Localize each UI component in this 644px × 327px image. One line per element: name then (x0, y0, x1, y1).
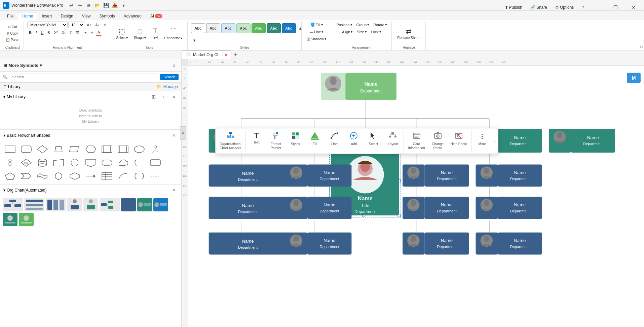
shape-chevron[interactable] (19, 170, 34, 182)
ft-change-photo[interactable]: Change Photo (428, 130, 447, 152)
new-tab-btn[interactable]: + (231, 50, 240, 59)
indent-btn[interactable]: ⇥ (82, 30, 88, 36)
ft-hide-photo[interactable]: Hide Photo (448, 130, 470, 152)
tab-advanced[interactable]: Advanced (119, 12, 146, 20)
help-btn[interactable]: ? (579, 4, 587, 10)
my-library-add-btn[interactable]: + (160, 93, 168, 101)
style-swatch-5[interactable]: Abc (252, 23, 266, 33)
italic-btn[interactable]: I (34, 30, 38, 36)
basic-flowchart-header[interactable]: ▾ Basic Flowchart Shapes × (0, 130, 181, 141)
basic-close-btn[interactable]: × (170, 131, 178, 139)
minimize-btn[interactable]: — (590, 2, 605, 13)
superscript-btn[interactable]: X² (52, 30, 60, 36)
save-btn[interactable]: 💾 (102, 1, 110, 9)
style-swatch-4[interactable]: Abc (236, 23, 251, 33)
position-btn[interactable]: Position ▾ (335, 22, 354, 28)
strikethrough-btn[interactable]: S (46, 30, 51, 36)
shape-ellipse[interactable] (132, 143, 147, 155)
style-swatch-2[interactable]: Abc (206, 23, 220, 33)
doc-tab[interactable]: 📄 Market Org Ch... (182, 50, 231, 59)
text-btn[interactable]: T Text (150, 26, 160, 41)
shape-brace[interactable] (132, 157, 147, 169)
font-size-select[interactable]: 10 (68, 22, 84, 28)
shape-rect-round[interactable] (19, 143, 34, 155)
shape-pentagon[interactable] (3, 170, 17, 182)
org-shape-photo-teal[interactable] (3, 213, 17, 226)
style-swatch-7[interactable]: Abc (282, 23, 296, 33)
tab-design[interactable]: Design (56, 12, 77, 20)
publish-btn[interactable]: ⬆ Publish (502, 4, 525, 10)
shape-person[interactable] (148, 143, 163, 155)
library-header[interactable]: ⌃ Library 📁 Manage (0, 83, 181, 91)
shape-process[interactable] (116, 143, 130, 155)
org-shape-3[interactable] (46, 198, 66, 211)
org-shape-2[interactable] (24, 198, 44, 211)
shape-dash[interactable] (148, 170, 163, 182)
tab-file[interactable]: File (3, 12, 18, 20)
shape-dropdown-btn[interactable]: ◻ Shape ▾ (131, 26, 148, 41)
shape-cylinder[interactable] (35, 157, 50, 169)
org-shape-blue-rect[interactable] (121, 198, 136, 211)
shape-curve[interactable] (116, 170, 130, 182)
tab-ai[interactable]: AI hot (146, 12, 166, 20)
ft-card-information[interactable]: Card Information (405, 130, 427, 152)
options-btn[interactable]: ⚙ Options (553, 4, 576, 10)
org-shape-horizontal[interactable] (100, 198, 120, 211)
shape-hexagon[interactable] (83, 143, 98, 155)
undo-btn[interactable]: ↩ (67, 1, 75, 9)
shape-decision-yes[interactable]: Yes (19, 157, 34, 169)
org-shape-card[interactable] (153, 198, 168, 211)
ribbon-expand-btn[interactable]: ⊡ (640, 45, 643, 49)
shape-circle[interactable] (67, 157, 82, 169)
shape-cloud-curve[interactable] (116, 157, 130, 169)
sidebar-close-btn[interactable]: « (170, 61, 178, 69)
shape-rounded-rect2[interactable] (148, 157, 163, 169)
sidebar-collapse-btn[interactable]: « (180, 126, 186, 140)
shape-person2[interactable] (3, 157, 17, 169)
org-shape-1[interactable] (3, 198, 23, 211)
restore-btn[interactable]: ❐ (608, 2, 623, 13)
ft-more[interactable]: More (473, 130, 492, 152)
shape-circle-sm[interactable] (51, 170, 66, 182)
org-shape-person1[interactable] (67, 198, 82, 211)
select-dropdown-btn[interactable]: ⬚ Select ▾ (114, 26, 130, 41)
text-style-btn[interactable]: 𝐓 (68, 30, 74, 36)
org-shape-blue-photo[interactable] (137, 198, 152, 211)
tab-view[interactable]: View (78, 12, 95, 20)
ft-resize-handle[interactable]: ‹ (492, 130, 497, 152)
ft-styles[interactable]: Styles (286, 130, 305, 152)
line-btn[interactable]: ― Line ▾ (308, 29, 326, 35)
org-chart-header[interactable]: ▾ Org Chart(Automated) × (0, 185, 181, 196)
ft-layout[interactable]: Layout (383, 130, 402, 152)
canvas-content[interactable]: Name Department Name Department (188, 66, 644, 327)
copy-btn[interactable]: ⎘ Copy (4, 31, 21, 36)
quick-more-btn[interactable]: ▾ (120, 1, 128, 9)
bold-btn[interactable]: B (27, 30, 33, 36)
styles-scroll-down-btn[interactable]: ▼ (191, 37, 198, 43)
font-shrink-btn[interactable]: A↓ (93, 22, 101, 28)
shape-rect[interactable] (3, 143, 17, 155)
shape-trapezoid[interactable] (51, 143, 66, 155)
cut-btn[interactable]: ✂ Cut (4, 24, 21, 30)
org-shape-person2[interactable] (83, 198, 98, 211)
export-btn[interactable]: 📤 (111, 1, 119, 9)
search-input[interactable] (10, 74, 158, 80)
tab-symbols[interactable]: Symbols (95, 12, 119, 20)
shape-diamond[interactable] (35, 143, 50, 155)
font-color-btn[interactable]: A (96, 29, 102, 36)
list-btn[interactable]: ☰ (74, 30, 81, 36)
font-grow-btn[interactable]: A↑ (85, 22, 93, 28)
close-btn[interactable]: ✕ (626, 2, 641, 13)
font-name-select[interactable]: Microsoft YaHei (27, 22, 68, 28)
ft-text[interactable]: T Text (247, 130, 266, 152)
shape-parallelogram[interactable] (67, 143, 82, 155)
fill-btn[interactable]: 🪣 Fill ▾ (309, 22, 325, 28)
shadow-btn[interactable]: ◫ Shadow ▾ (305, 36, 329, 42)
share-btn[interactable]: 🔗 Share (528, 4, 550, 10)
shape-rounded-rect[interactable] (100, 157, 114, 169)
org-shape-photo-teal2[interactable] (19, 213, 34, 226)
connector-dropdown-btn[interactable]: ⌒ Connector ▾ (162, 25, 185, 41)
shape-off-page[interactable] (83, 157, 98, 169)
my-library-close-btn[interactable]: × (170, 93, 178, 101)
paste-btn[interactable]: 📋 Paste (4, 37, 21, 43)
